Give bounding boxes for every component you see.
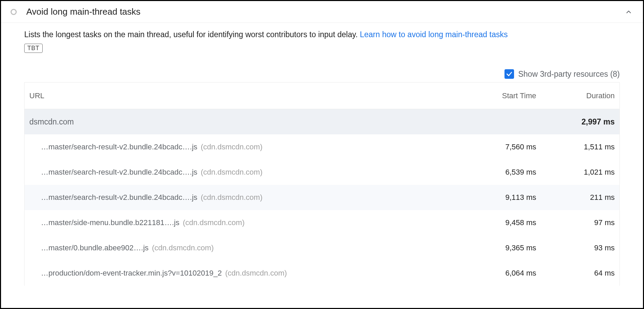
url-host: (cdn.dsmcdn.com): [201, 168, 263, 177]
url-path: …master/0.bundle.abee902….js: [41, 244, 149, 252]
audit-body: Lists the longest tasks on the main thre…: [1, 23, 643, 286]
url-host: (cdn.dsmcdn.com): [183, 218, 245, 227]
audit-description-text: Lists the longest tasks on the main thre…: [24, 30, 360, 39]
audit-title: Avoid long main-thread tasks: [26, 6, 624, 17]
table-row[interactable]: …production/dom-event-tracker.min.js?v=1…: [25, 261, 619, 286]
table-row[interactable]: …master/search-result-v2.bundle.24bcadc……: [25, 185, 619, 210]
url-path: …master/search-result-v2.bundle.24bcadc……: [41, 193, 197, 202]
audit-header[interactable]: Avoid long main-thread tasks: [1, 1, 643, 23]
chevron-up-icon: [625, 8, 632, 16]
table-row[interactable]: …master/side-menu.bundle.b221181….js(cdn…: [25, 210, 619, 235]
cell-url: …master/side-menu.bundle.b221181….js(cdn…: [29, 218, 458, 227]
cell-url: …master/search-result-v2.bundle.24bcadc……: [29, 143, 458, 151]
cell-url: …master/0.bundle.abee902….js(cdn.dsmcdn.…: [29, 244, 458, 252]
table-row[interactable]: …master/0.bundle.abee902….js(cdn.dsmcdn.…: [25, 235, 619, 261]
url-path: …production/dom-event-tracker.min.js?v=1…: [41, 269, 222, 278]
status-indicator-icon: [11, 9, 17, 15]
cell-duration: 64 ms: [536, 269, 615, 278]
table-header-row: URL Start Time Duration: [25, 83, 619, 109]
url-host: (cdn.dsmcdn.com): [152, 244, 214, 252]
cell-duration: 1,511 ms: [536, 143, 615, 151]
url-path: …master/search-result-v2.bundle.24bcadc……: [41, 143, 197, 151]
group-duration: 2,997 ms: [536, 117, 615, 127]
col-header-url: URL: [29, 91, 458, 100]
cell-url: …production/dom-event-tracker.min.js?v=1…: [29, 269, 458, 278]
url-host: (cdn.dsmcdn.com): [225, 269, 287, 278]
cell-duration: 93 ms: [536, 244, 615, 252]
cell-duration: 211 ms: [536, 193, 615, 202]
cell-start-time: 6,064 ms: [458, 269, 536, 278]
learn-more-link[interactable]: Learn how to avoid long main-thread task…: [360, 30, 508, 39]
third-party-toggle-row: Show 3rd-party resources (8): [24, 69, 620, 79]
audit-description: Lists the longest tasks on the main thre…: [24, 29, 620, 40]
cell-duration: 97 ms: [536, 218, 615, 227]
table-row[interactable]: …master/search-result-v2.bundle.24bcadc……: [25, 134, 619, 160]
cell-start-time: 6,539 ms: [458, 168, 536, 177]
table-group-row[interactable]: dsmcdn.com 2,997 ms: [25, 109, 619, 134]
url-path: …master/search-result-v2.bundle.24bcadc……: [41, 168, 197, 177]
url-host: (cdn.dsmcdn.com): [201, 193, 263, 202]
third-party-label: Show 3rd-party resources (8): [518, 70, 620, 79]
cell-start-time: 9,365 ms: [458, 244, 536, 252]
group-host: dsmcdn.com: [29, 117, 458, 127]
tasks-table: URL Start Time Duration dsmcdn.com 2,997…: [24, 82, 620, 286]
collapse-button[interactable]: [624, 7, 633, 17]
col-header-dur: Duration: [536, 91, 615, 100]
cell-url: …master/search-result-v2.bundle.24bcadc……: [29, 193, 458, 202]
url-host: (cdn.dsmcdn.com): [201, 143, 263, 151]
cell-start-time: 9,113 ms: [458, 193, 536, 202]
col-header-start: Start Time: [458, 91, 536, 100]
url-path: …master/side-menu.bundle.b221181….js: [41, 218, 179, 227]
table-row[interactable]: …master/search-result-v2.bundle.24bcadc……: [25, 160, 619, 185]
metric-tag: TBT: [24, 44, 43, 53]
audit-panel: Avoid long main-thread tasks Lists the l…: [0, 0, 644, 309]
third-party-checkbox[interactable]: [504, 69, 514, 79]
checkmark-icon: [506, 71, 513, 77]
cell-start-time: 7,560 ms: [458, 143, 536, 151]
cell-start-time: 9,458 ms: [458, 218, 536, 227]
cell-url: …master/search-result-v2.bundle.24bcadc……: [29, 168, 458, 177]
cell-duration: 1,021 ms: [536, 168, 615, 177]
